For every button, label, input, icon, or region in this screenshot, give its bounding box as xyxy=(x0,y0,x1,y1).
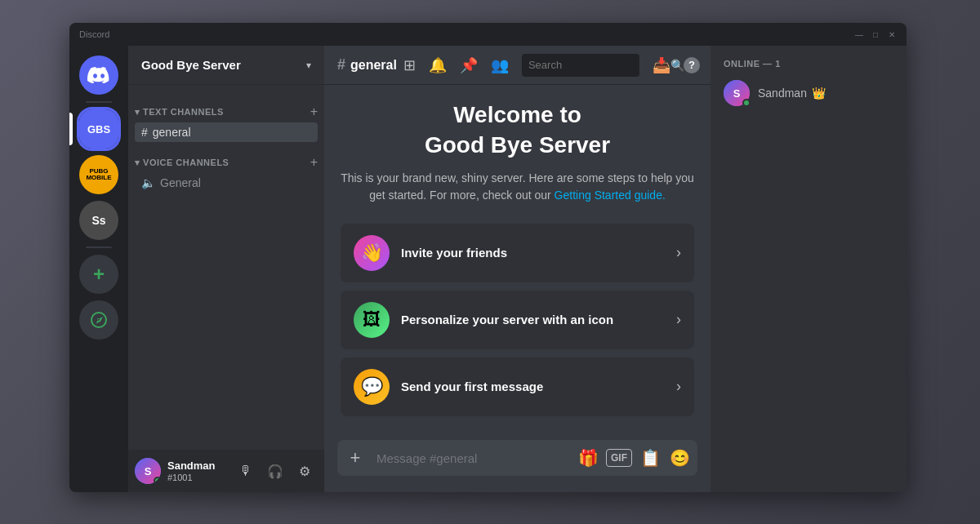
server-ss-wrapper: Ss xyxy=(79,201,118,240)
personalize-card-arrow: › xyxy=(676,311,681,328)
message-card-icon: 💬 xyxy=(354,369,390,405)
message-icon: 💬 xyxy=(361,376,383,397)
title-bar: Discord — □ ✕ xyxy=(69,23,906,46)
voice-channel-name: General xyxy=(160,176,311,189)
send-message-card[interactable]: 💬 Send your first message › xyxy=(341,357,694,416)
invite-card-text: Invite your friends xyxy=(401,246,665,260)
members-online-header: ONLINE — 1 xyxy=(717,59,900,69)
channel-header-text: general xyxy=(350,58,397,73)
server-name-text: Good Bye Server xyxy=(141,58,241,72)
message-input[interactable] xyxy=(376,451,570,465)
server-icon-gbs[interactable]: GBS xyxy=(79,109,118,149)
personalize-icon: 🖼 xyxy=(363,309,381,331)
channel-header-icon: # xyxy=(337,56,345,73)
server-name-arrow: ▾ xyxy=(306,60,311,71)
emoji-button[interactable]: 😊 xyxy=(668,446,691,469)
server-home-wrapper xyxy=(79,56,118,95)
welcome-subtitle: This is your brand new, shiny server. He… xyxy=(341,170,694,204)
search-bar[interactable]: 🔍 xyxy=(522,54,639,77)
add-server-button[interactable]: + xyxy=(79,255,118,294)
server-pubg-wrapper: PUBGMOBILE xyxy=(79,155,118,194)
members-icon[interactable]: 👥 xyxy=(491,56,509,74)
invite-icon: 👋 xyxy=(361,242,383,264)
server-icon-ss[interactable]: Ss xyxy=(79,201,118,240)
message-input-area: + 🎁 GIF 📋 😊 xyxy=(324,440,710,492)
headset-button[interactable]: 🎧 xyxy=(262,458,288,484)
message-toolbar: 🎁 GIF 📋 😊 xyxy=(577,446,691,469)
server-sidebar: GBS PUBGMOBILE Ss + xyxy=(69,46,128,492)
personalize-card[interactable]: 🖼 Personalize your server with an icon › xyxy=(341,291,694,349)
invite-card-arrow: › xyxy=(676,244,681,261)
search-icon: 🔍 xyxy=(670,59,684,72)
server-icon-pubg[interactable]: PUBGMOBILE xyxy=(79,155,118,194)
member-name-sandman: Sandman 👑 xyxy=(758,87,826,100)
channel-general[interactable]: # general 👤 ⚙ xyxy=(135,122,318,142)
messages-area: Welcome to Good Bye Server This is your … xyxy=(324,85,710,440)
threads-icon[interactable]: ⊞ xyxy=(403,56,416,74)
help-icon[interactable]: ? xyxy=(684,57,700,73)
member-sandman[interactable]: S Sandman 👑 xyxy=(717,75,900,111)
settings-button[interactable]: ⚙ xyxy=(292,458,318,484)
channel-list: ▾ TEXT CHANNELS + # general 👤 ⚙ ▾ VOICE … xyxy=(128,85,324,450)
server-divider-1 xyxy=(86,101,112,103)
inbox-icon[interactable]: 📥 xyxy=(653,56,670,74)
add-voice-channel-button[interactable]: + xyxy=(310,155,318,170)
welcome-container: Welcome to Good Bye Server This is your … xyxy=(341,100,694,424)
invite-friends-card[interactable]: 👋 Invite your friends › xyxy=(341,224,694,282)
notifications-icon[interactable]: 🔔 xyxy=(429,56,447,74)
voice-channels-category: ▾ VOICE CHANNELS + xyxy=(128,142,324,173)
personalize-card-icon: 🖼 xyxy=(354,302,390,338)
message-input-box: + 🎁 GIF 📋 😊 xyxy=(337,440,697,476)
invite-card-icon: 👋 xyxy=(354,235,390,271)
message-add-button[interactable]: + xyxy=(341,443,370,473)
message-card-arrow: › xyxy=(676,378,681,395)
welcome-title: Welcome to Good Bye Server xyxy=(341,100,694,160)
user-avatar: S xyxy=(135,458,161,484)
add-text-channel-button[interactable]: + xyxy=(310,104,318,119)
content-area: # general ⊞ 🔔 📌 👥 🔍 📥 ? xyxy=(324,46,710,492)
getting-started-link[interactable]: Getting Started guide. xyxy=(555,189,666,202)
maximize-button[interactable]: □ xyxy=(871,29,880,39)
header-actions: ⊞ 🔔 📌 👥 🔍 📥 ? xyxy=(403,54,700,77)
user-online-dot xyxy=(154,477,161,484)
active-pill xyxy=(69,113,73,145)
members-sidebar: ONLINE — 1 S Sandman 👑 xyxy=(710,46,906,492)
minimize-button[interactable]: — xyxy=(854,29,864,39)
server-name-header[interactable]: Good Bye Server ▾ xyxy=(128,46,324,85)
server-icon-home[interactable] xyxy=(79,56,118,95)
personalize-card-text: Personalize your server with an icon xyxy=(401,313,665,326)
invite-channel-button[interactable]: 👤 xyxy=(285,127,298,139)
user-panel: S Sandman #1001 🎙 🎧 ⚙ xyxy=(128,450,324,492)
text-channels-label: ▾ TEXT CHANNELS xyxy=(135,107,224,118)
user-name: Sandman xyxy=(167,460,226,473)
discord-window: Discord — □ ✕ xyxy=(69,23,906,492)
main-layout: GBS PUBGMOBILE Ss + xyxy=(69,46,906,492)
user-controls: 🎙 🎧 ⚙ xyxy=(233,458,318,484)
title-bar-controls: — □ ✕ xyxy=(854,29,897,39)
discover-button[interactable] xyxy=(79,300,118,340)
text-channels-category: ▾ TEXT CHANNELS + xyxy=(128,91,324,122)
member-avatar-sandman: S xyxy=(724,80,750,106)
user-discriminator: #1001 xyxy=(167,473,226,482)
channel-header: # general ⊞ 🔔 📌 👥 🔍 📥 ? xyxy=(324,46,710,85)
search-input[interactable] xyxy=(528,59,666,71)
upload-button[interactable]: 📋 xyxy=(639,446,662,469)
channel-general-voice[interactable]: 🔈 General xyxy=(135,173,318,193)
server-divider-2 xyxy=(86,246,112,248)
close-button[interactable]: ✕ xyxy=(887,29,897,39)
message-card-text: Send your first message xyxy=(401,380,665,393)
mic-button[interactable]: 🎙 xyxy=(233,458,259,484)
desktop-background: Discord — □ ✕ xyxy=(0,0,980,524)
settings-channel-button[interactable]: ⚙ xyxy=(301,127,311,139)
channel-sidebar: Good Bye Server ▾ ▾ TEXT CHANNELS + # ge… xyxy=(128,46,324,492)
gift-button[interactable]: 🎁 xyxy=(577,446,599,469)
member-online-dot xyxy=(742,99,751,107)
text-channel-icon: # xyxy=(141,126,148,139)
server-gbs-wrapper: GBS xyxy=(79,109,118,149)
user-info: Sandman #1001 xyxy=(167,460,226,482)
channel-general-name: general xyxy=(153,126,280,139)
channel-header-name: # general xyxy=(337,56,397,73)
voice-channel-icon: 🔈 xyxy=(141,176,155,189)
gif-button[interactable]: GIF xyxy=(606,449,632,467)
pinned-icon[interactable]: 📌 xyxy=(460,56,478,74)
